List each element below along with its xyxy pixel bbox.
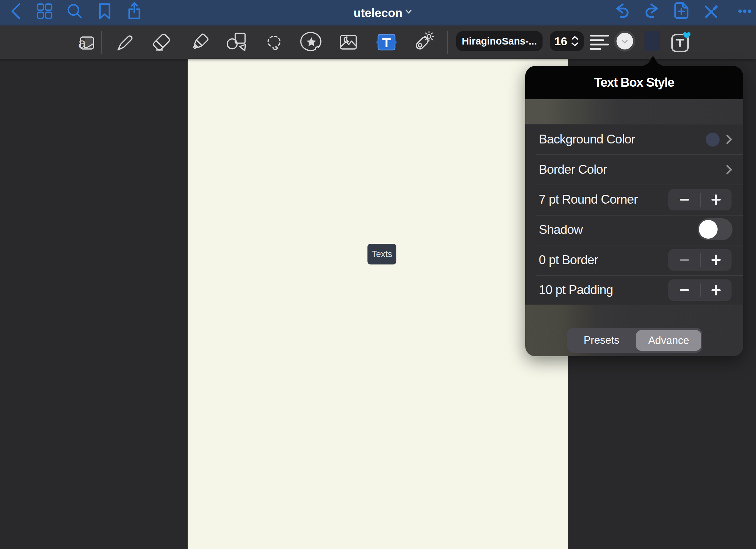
svg-text:a: a bbox=[78, 35, 86, 51]
